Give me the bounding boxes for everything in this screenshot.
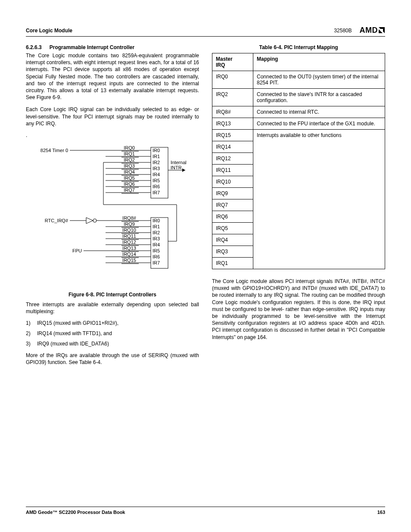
svg-text:IR7: IR7 — [153, 260, 160, 265]
svg-text:IR7: IR7 — [153, 190, 160, 195]
svg-text:IRQ7: IRQ7 — [124, 187, 135, 193]
table-cell-irq: IRQ0 — [212, 71, 253, 89]
header-section-title: Core Logic Module — [26, 28, 72, 34]
footer-book-title: AMD Geode™ SC2200 Processor Data Book — [26, 510, 125, 515]
paragraph: The Core Logic module allows PCI interru… — [212, 278, 385, 341]
svg-text:Internal: Internal — [171, 160, 187, 165]
svg-text:IR6: IR6 — [153, 254, 160, 259]
svg-text:RTC_IRQ#: RTC_IRQ# — [45, 218, 68, 223]
svg-text:IR1: IR1 — [153, 154, 160, 159]
svg-text:IRQ4: IRQ4 — [124, 169, 135, 174]
svg-text:IR3: IR3 — [153, 166, 160, 171]
svg-text:IRQ15: IRQ15 — [122, 258, 136, 263]
table-cell-irq: IRQ11 — [212, 165, 253, 176]
table-cell-irq: IRQ12 — [212, 153, 253, 165]
svg-text:IRQ2: IRQ2 — [124, 157, 135, 162]
table-cell-mapping: Connected to the OUT0 (system timer) of … — [253, 71, 385, 89]
table-cell-irq: IRQ4 — [212, 234, 253, 246]
svg-text:IR4: IR4 — [153, 242, 160, 247]
table-header: MasterIRQ — [212, 53, 253, 71]
section-heading: 6.2.6.3Programmable Interrupt Controller — [26, 44, 199, 50]
table-cell-mapping: Connected to internal RTC. — [253, 106, 385, 118]
list-item: 2)IRQ14 (muxed with TFTD1), and — [26, 330, 199, 336]
footer-page-number: 163 — [377, 510, 385, 515]
svg-text:IR3: IR3 — [153, 236, 160, 241]
svg-text:IR0: IR0 — [153, 148, 160, 153]
svg-marker-43 — [86, 218, 93, 224]
figure-caption: Figure 6-8. PIC Interrupt Controllers — [26, 292, 199, 298]
svg-text:IR5: IR5 — [153, 248, 160, 253]
svg-text:IR0: IR0 — [153, 218, 160, 223]
paragraph: Each Core Logic IRQ signal can be indivi… — [26, 106, 199, 127]
svg-text:IRQ14: IRQ14 — [122, 252, 136, 257]
svg-text:IR2: IR2 — [153, 230, 160, 235]
section-number: 6.2.6.3 — [26, 44, 42, 50]
table-header: Mapping — [253, 53, 385, 71]
table-cell-irq: IRQ15 — [212, 130, 253, 141]
pic-controllers-diagram: 8254 Timer 0 — [26, 144, 190, 282]
svg-text:IR4: IR4 — [153, 172, 160, 177]
svg-text:IRQ11: IRQ11 — [122, 233, 136, 239]
svg-text:IRQ5: IRQ5 — [124, 175, 135, 180]
numbered-list: 1)IRQ15 (muxed with GPIO11+RI2#), 2)IRQ1… — [26, 320, 199, 347]
svg-text:IRQ12: IRQ12 — [122, 240, 136, 245]
list-item: 3)IRQ9 (muxed with IDE_DATA6) — [26, 341, 199, 347]
table-cell-irq: IRQ13 — [212, 118, 253, 130]
table-cell-irq: IRQ7 — [212, 199, 253, 211]
svg-text:IRQ0: IRQ0 — [124, 145, 135, 150]
list-item: 1)IRQ15 (muxed with GPIO11+RI2#), — [26, 320, 199, 326]
page-header: Core Logic Module 32580B AMD — [26, 26, 385, 37]
svg-text:INTR: INTR — [171, 165, 182, 170]
section-title-text: Programmable Interrupt Controller — [50, 44, 134, 50]
svg-text:FPU: FPU — [72, 248, 82, 253]
svg-text:IRQ10: IRQ10 — [122, 227, 136, 233]
paragraph: . — [26, 132, 199, 138]
svg-text:IRQ13: IRQ13 — [122, 246, 136, 251]
table-cell-mapping: Interrupts available to other functions — [253, 130, 385, 269]
table-cell-irq: IRQ1 — [212, 258, 253, 269]
svg-text:IRQ3: IRQ3 — [124, 163, 135, 168]
table-cell-mapping: Connected to the slave's INTR for a casc… — [253, 89, 385, 106]
paragraph: Three interrupts are available externall… — [26, 301, 199, 315]
svg-text:IRQ8#: IRQ8# — [122, 215, 137, 221]
table-cell-irq: IRQ3 — [212, 246, 253, 258]
table-cell-irq: IRQ14 — [212, 141, 253, 153]
table-caption: Table 6-4. PIC Interrupt Mapping — [212, 44, 385, 50]
paragraph: More of the IRQs are available through t… — [26, 352, 199, 366]
svg-marker-36 — [182, 168, 185, 172]
svg-text:IR6: IR6 — [153, 184, 160, 189]
table-cell-irq: IRQ9 — [212, 188, 253, 199]
svg-text:IRQ1: IRQ1 — [124, 151, 135, 156]
table-cell-irq: IRQ6 — [212, 211, 253, 223]
svg-text:IR1: IR1 — [153, 224, 160, 229]
header-doc-number: 32580B — [334, 28, 352, 34]
svg-text:IRQ6: IRQ6 — [124, 181, 135, 187]
svg-text:IRQ9: IRQ9 — [124, 221, 135, 227]
table-cell-irq: IRQ5 — [212, 223, 253, 234]
table-cell-mapping: Connected to the FPU interface of the GX… — [253, 118, 385, 130]
pic-mapping-table: MasterIRQ Mapping IRQ0Connected to the O… — [212, 53, 385, 269]
svg-text:IR2: IR2 — [153, 160, 160, 165]
svg-text:IR5: IR5 — [153, 178, 160, 183]
page-footer: AMD Geode™ SC2200 Processor Data Book 16… — [26, 507, 385, 515]
table-cell-irq: IRQ8# — [212, 106, 253, 118]
table-cell-irq: IRQ10 — [212, 176, 253, 188]
table-cell-irq: IRQ2 — [212, 89, 253, 106]
paragraph: The Core Logic module contains two 8259A… — [26, 52, 199, 101]
amd-logo: AMD — [360, 26, 386, 35]
svg-text:8254 Timer 0: 8254 Timer 0 — [40, 148, 68, 153]
